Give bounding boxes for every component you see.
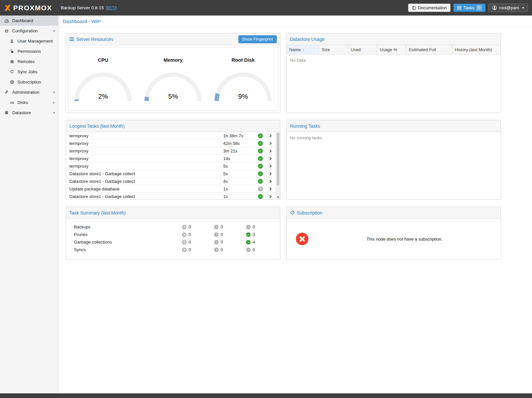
documentation-button[interactable]: Documentation bbox=[408, 4, 450, 12]
task-summary-panel: Task Summary (last Month) Backups 0 0 0 … bbox=[66, 207, 280, 259]
proxmox-logo: PROXMOX bbox=[4, 4, 59, 12]
sidebar-item-remotes[interactable]: Remotes bbox=[0, 56, 58, 67]
wrench-icon bbox=[4, 90, 9, 94]
brand-text: PROXMOX bbox=[13, 4, 52, 12]
sidebar-item-datastore[interactable]: Datastore bbox=[0, 108, 58, 118]
task-row[interactable]: termproxy 1h 38m 7s bbox=[66, 132, 276, 140]
sidebar-item-label: Sync Jobs bbox=[18, 69, 37, 74]
error-count-icon bbox=[182, 225, 187, 229]
task-row[interactable]: Update package database 1s bbox=[66, 185, 276, 193]
status-ok-icon bbox=[258, 179, 263, 184]
sidebar-item-sync-jobs[interactable]: Sync Jobs bbox=[0, 67, 58, 77]
sidebar-item-subscription[interactable]: Subscription bbox=[0, 77, 58, 87]
summary-row[interactable]: Backups 0 0 0 bbox=[66, 223, 280, 231]
sidebar-item-configuration[interactable]: ⚙ Configuration bbox=[0, 26, 58, 36]
chevron-right-icon[interactable] bbox=[268, 180, 272, 183]
panel-title: Datastore Usage bbox=[290, 37, 325, 42]
ok-count-icon bbox=[246, 240, 251, 245]
disk-icon bbox=[9, 101, 15, 105]
column-header-usage-pct[interactable]: Usage % bbox=[377, 45, 406, 54]
column-header-estimated-full[interactable]: Estimated Full bbox=[406, 45, 452, 54]
dashboard-icon bbox=[4, 18, 9, 23]
summary-row[interactable]: Syncs 0 0 0 bbox=[66, 246, 280, 253]
documentation-label: Documentation bbox=[418, 5, 447, 10]
task-duration: 1s bbox=[223, 186, 258, 191]
error-count: 0 bbox=[189, 240, 191, 245]
chevron-right-icon[interactable] bbox=[268, 164, 272, 168]
column-header-size[interactable]: Size bbox=[319, 45, 348, 54]
chevron-right-icon[interactable] bbox=[268, 134, 272, 137]
column-header-history[interactable]: History (last Month) bbox=[452, 45, 501, 54]
scroll-down-arrow-icon[interactable] bbox=[276, 195, 280, 199]
show-fingerprint-button[interactable]: Show Fingerprint bbox=[238, 35, 277, 43]
sidebar-item-disks[interactable]: Disks bbox=[0, 97, 58, 108]
warning-count-icon bbox=[214, 225, 219, 229]
user-menu-button[interactable]: root@pam bbox=[488, 4, 528, 12]
beta-link[interactable]: BETA bbox=[106, 5, 117, 10]
life-ring-icon bbox=[9, 80, 15, 84]
chevron-right-icon[interactable] bbox=[268, 142, 272, 145]
sidebar-item-user-management[interactable]: User Management bbox=[0, 36, 58, 46]
warning-count-icon bbox=[214, 232, 219, 237]
chevron-right-icon[interactable] bbox=[268, 157, 272, 160]
task-row[interactable]: termproxy 3m 21s bbox=[66, 147, 276, 155]
gauge-label: Root Disk bbox=[231, 57, 255, 63]
summary-row[interactable]: Prunes 0 0 3 bbox=[66, 231, 280, 238]
task-row[interactable]: Datastore store1 - Garbage collect 1s bbox=[66, 193, 276, 199]
tasks-button[interactable]: Tasks 0 bbox=[453, 4, 485, 12]
chevron-right-icon[interactable] bbox=[268, 149, 272, 152]
task-list: termproxy 1h 38m 7s termproxy 42m 58s te… bbox=[66, 132, 276, 199]
column-header-used[interactable]: Used bbox=[348, 45, 377, 54]
task-duration: 5s bbox=[223, 164, 258, 169]
user-label: root@pam bbox=[499, 5, 519, 10]
sidebar-item-label: User Management bbox=[18, 39, 53, 44]
sidebar-item-permissions[interactable]: Permissions bbox=[0, 46, 58, 56]
ok-count: 0 bbox=[253, 224, 255, 229]
task-duration: 4s bbox=[223, 179, 258, 184]
summary-label: Prunes bbox=[74, 232, 182, 237]
sidebar-item-administration[interactable]: Administration bbox=[0, 87, 58, 97]
server-resources-panel: Server Resources Show Fingerprint CPU 2% bbox=[66, 33, 280, 113]
task-name: termproxy bbox=[69, 149, 223, 153]
scrollbar-thumb[interactable] bbox=[277, 133, 279, 185]
task-name: Update package database bbox=[69, 186, 223, 191]
column-header-name[interactable]: Name bbox=[287, 45, 319, 54]
summary-label: Backups bbox=[74, 224, 182, 229]
ok-count: 3 bbox=[253, 232, 255, 237]
task-name: Datastore store1 - Garbage collect bbox=[69, 171, 223, 176]
gauge-value: 5% bbox=[142, 93, 204, 100]
no-running-tasks-text: No running tasks bbox=[287, 132, 501, 144]
sidebar-item-label: Datastore bbox=[12, 110, 31, 115]
chevron-right-icon[interactable] bbox=[268, 187, 272, 190]
task-row[interactable]: termproxy 42m 58s bbox=[66, 140, 276, 147]
task-row[interactable]: Datastore store1 - Garbage collect 5s bbox=[66, 170, 276, 178]
ticket-icon bbox=[290, 211, 295, 215]
sort-asc-icon bbox=[301, 47, 304, 52]
chevron-right-icon[interactable] bbox=[268, 195, 272, 198]
task-row[interactable]: termproxy 14s bbox=[66, 155, 276, 162]
summary-row[interactable]: Garbage collections 0 0 4 bbox=[66, 238, 280, 246]
sync-icon bbox=[9, 70, 15, 74]
main-area: Dashboard - WIP Server Resources Show Fi… bbox=[58, 16, 532, 393]
longest-tasks-panel: Longest Tasks (last Month) termproxy 1h … bbox=[66, 120, 280, 200]
task-row[interactable]: termproxy 5s bbox=[66, 162, 276, 170]
task-row[interactable]: Datastore store1 - Garbage collect 4s bbox=[66, 178, 276, 185]
status-unknown-icon bbox=[258, 186, 263, 191]
task-name: Datastore store1 - Garbage collect bbox=[69, 194, 223, 199]
chevron-down-icon[interactable] bbox=[53, 29, 55, 33]
ok-count-icon bbox=[246, 225, 251, 229]
task-name: termproxy bbox=[69, 156, 223, 161]
scrollbar[interactable] bbox=[276, 132, 280, 199]
status-ok-icon bbox=[258, 171, 263, 176]
sidebar-item-dashboard[interactable]: Dashboard bbox=[0, 16, 58, 26]
chevron-down-icon[interactable] bbox=[53, 90, 55, 94]
status-ok-icon bbox=[258, 156, 263, 161]
chevron-right-icon[interactable] bbox=[268, 172, 272, 175]
server-resources-icon bbox=[69, 37, 74, 41]
panel-title: Server Resources bbox=[76, 37, 113, 42]
status-ok-icon bbox=[258, 141, 263, 146]
chevron-down-icon[interactable] bbox=[53, 111, 55, 115]
chevron-right-icon[interactable] bbox=[53, 101, 55, 104]
warning-count: 0 bbox=[221, 232, 223, 237]
table-header: Name Size Used Usage % Estimated Full Hi… bbox=[287, 45, 501, 54]
